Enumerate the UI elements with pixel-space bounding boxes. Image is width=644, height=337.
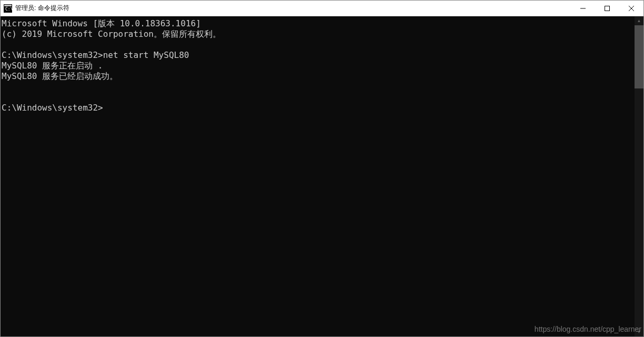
scrollbar-thumb[interactable] bbox=[635, 25, 643, 88]
scroll-up-arrow[interactable]: ▲ bbox=[635, 16, 643, 25]
svg-rect-4 bbox=[605, 6, 610, 11]
window-title: 管理员: 命令提示符 bbox=[15, 4, 571, 13]
terminal-wrapper: Microsoft Windows [版本 10.0.18363.1016] (… bbox=[1, 16, 643, 336]
svg-rect-1 bbox=[4, 5, 12, 6]
cmd-icon: C:\ bbox=[4, 4, 12, 13]
maximize-button[interactable] bbox=[595, 1, 619, 16]
vertical-scrollbar[interactable]: ▲ ▼ bbox=[635, 16, 643, 336]
titlebar[interactable]: C:\ 管理员: 命令提示符 bbox=[1, 1, 643, 16]
close-button[interactable] bbox=[619, 1, 643, 16]
terminal-output[interactable]: Microsoft Windows [版本 10.0.18363.1016] (… bbox=[1, 16, 635, 336]
minimize-button[interactable] bbox=[571, 1, 595, 16]
svg-text:C:\: C:\ bbox=[5, 7, 12, 12]
command-prompt-window: C:\ 管理员: 命令提示符 Microsoft Windows [版本 10.… bbox=[0, 0, 644, 337]
scroll-down-arrow[interactable]: ▼ bbox=[635, 328, 643, 336]
window-controls bbox=[571, 1, 643, 16]
